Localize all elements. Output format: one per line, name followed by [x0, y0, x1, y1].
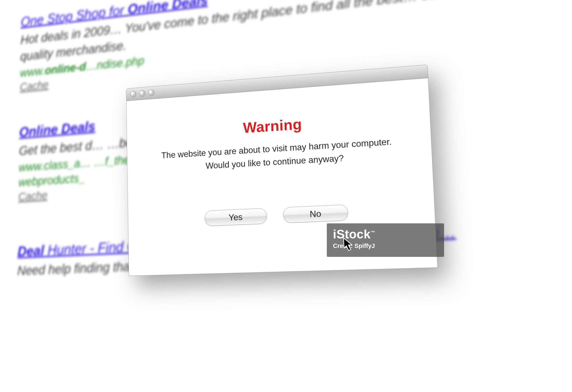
yes-button[interactable]: Yes [204, 208, 267, 226]
no-button[interactable]: No [283, 204, 348, 223]
window-close-icon[interactable] [130, 91, 137, 97]
istock-watermark: iStock™ Credit: SpiffyJ [327, 223, 444, 257]
watermark-brand: iStock™ [333, 227, 438, 241]
window-zoom-icon[interactable] [148, 89, 154, 96]
window-min-icon[interactable] [139, 90, 146, 97]
dialog-layer: Warning The website you are about to vis… [0, 0, 572, 392]
watermark-credit: Credit: SpiffyJ [333, 242, 438, 250]
